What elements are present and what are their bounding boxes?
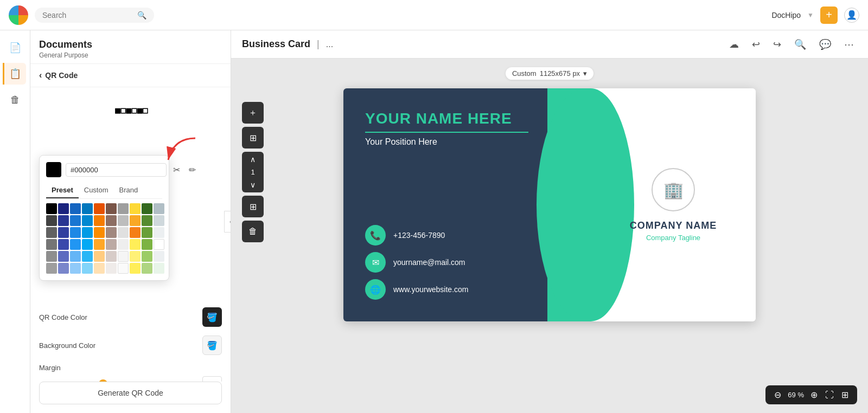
cloud-save-icon[interactable]: ☁	[726, 35, 742, 54]
color-cell[interactable]	[58, 203, 69, 214]
color-cell[interactable]	[82, 215, 93, 226]
frame-tool-button[interactable]: ⊞	[242, 127, 264, 149]
delete-tool-button[interactable]: 🗑	[242, 221, 264, 242]
zoom-in-button[interactable]: ⊕	[807, 389, 821, 401]
add-element-button[interactable]: ＋	[242, 102, 264, 124]
color-cell[interactable]	[142, 215, 152, 226]
color-cell[interactable]	[70, 215, 81, 226]
undo-icon[interactable]: ↩	[749, 35, 763, 54]
hex-input[interactable]: #000000	[66, 163, 167, 177]
color-cell[interactable]	[142, 203, 152, 214]
user-avatar[interactable]: 👤	[844, 8, 859, 23]
color-cell[interactable]	[82, 227, 93, 238]
zoom-search-icon[interactable]: 🔍	[791, 35, 809, 54]
create-button[interactable]: +	[820, 7, 838, 24]
grid-tool-button[interactable]: ⊞	[242, 196, 264, 217]
tab-preset[interactable]: Preset	[46, 183, 79, 198]
color-cell[interactable]	[58, 263, 69, 274]
color-cell[interactable]	[82, 251, 93, 262]
color-cell[interactable]	[46, 203, 57, 214]
rail-template-icon[interactable]: 📋	[3, 63, 26, 85]
search-bar[interactable]: 🔍	[35, 8, 154, 23]
color-cell[interactable]	[118, 251, 129, 262]
more-toolbar-icon[interactable]: ⋯	[841, 35, 857, 54]
color-cell[interactable]	[154, 203, 164, 214]
color-cell[interactable]	[82, 203, 93, 214]
color-cell[interactable]	[58, 251, 69, 262]
more-options-button[interactable]: ...	[326, 40, 333, 49]
color-cell[interactable]	[130, 203, 141, 214]
color-cell[interactable]	[94, 203, 105, 214]
color-cell[interactable]	[154, 263, 164, 274]
color-cell[interactable]	[94, 263, 105, 274]
color-cell[interactable]	[130, 215, 141, 226]
search-input[interactable]	[42, 11, 133, 20]
nav-dropdown-icon[interactable]: ▼	[807, 11, 814, 19]
color-cell[interactable]	[142, 251, 152, 262]
color-cell[interactable]	[70, 251, 81, 262]
color-cell[interactable]	[106, 263, 117, 274]
tab-brand[interactable]: Brand	[114, 183, 144, 198]
color-cell[interactable]	[118, 239, 129, 250]
color-cell[interactable]	[70, 263, 81, 274]
dochipo-label[interactable]: DocHipo	[771, 11, 801, 20]
fullscreen-button[interactable]: ⛶	[822, 389, 837, 401]
color-cell[interactable]	[154, 227, 164, 238]
rail-documents-icon[interactable]: 📄	[4, 37, 26, 59]
current-color-swatch[interactable]	[46, 162, 61, 177]
color-cell[interactable]	[142, 263, 152, 274]
app-logo[interactable]	[9, 5, 28, 25]
business-card[interactable]: YOUR NAME HERE Your Position Here 📞 +123…	[343, 88, 756, 321]
color-cell[interactable]	[46, 251, 57, 262]
color-cell[interactable]	[130, 239, 141, 250]
color-cell[interactable]	[142, 227, 152, 238]
redo-icon[interactable]: ↪	[770, 35, 784, 54]
layer-down-button[interactable]: ∨	[242, 177, 264, 192]
color-cell[interactable]	[58, 239, 69, 250]
color-cell[interactable]	[154, 251, 164, 262]
color-cell[interactable]	[46, 263, 57, 274]
color-cell[interactable]	[58, 215, 69, 226]
color-cell[interactable]	[94, 215, 105, 226]
color-cell[interactable]	[70, 203, 81, 214]
eyedropper-icon[interactable]: ✂	[171, 163, 182, 177]
size-indicator[interactable]: Custom 1125x675 px ▾	[506, 67, 593, 80]
color-cell[interactable]	[94, 227, 105, 238]
rail-trash-icon[interactable]: 🗑	[4, 89, 26, 111]
color-cell[interactable]	[118, 203, 129, 214]
pipette-icon[interactable]: ✏	[187, 163, 198, 177]
color-cell[interactable]	[130, 263, 141, 274]
color-cell[interactable]	[70, 227, 81, 238]
qr-code-back[interactable]: ‹ QR Code	[30, 64, 231, 87]
color-cell[interactable]	[118, 263, 129, 274]
qr-color-button[interactable]: 🪣	[202, 307, 222, 327]
color-cell[interactable]	[130, 227, 141, 238]
zoom-out-button[interactable]: ⊖	[771, 389, 784, 401]
color-cell[interactable]	[142, 239, 152, 250]
color-cell[interactable]	[82, 263, 93, 274]
color-cell[interactable]	[94, 239, 105, 250]
tab-custom[interactable]: Custom	[79, 183, 114, 198]
color-cell[interactable]	[94, 251, 105, 262]
color-cell[interactable]	[130, 251, 141, 262]
color-cell[interactable]	[154, 239, 164, 250]
layer-up-button[interactable]: ∧	[242, 152, 264, 167]
color-cell[interactable]	[46, 239, 57, 250]
color-cell[interactable]	[58, 227, 69, 238]
color-cell[interactable]	[106, 251, 117, 262]
color-cell[interactable]	[118, 215, 129, 226]
color-cell[interactable]	[70, 239, 81, 250]
color-cell[interactable]	[106, 203, 117, 214]
collapse-panel-handle[interactable]: ‹	[224, 211, 231, 233]
color-cell[interactable]	[106, 239, 117, 250]
generate-qr-button[interactable]: Generate QR Code	[39, 382, 222, 404]
color-cell[interactable]	[46, 215, 57, 226]
color-cell[interactable]	[106, 215, 117, 226]
color-cell[interactable]	[82, 239, 93, 250]
bg-color-button[interactable]: 🪣	[202, 335, 222, 355]
comments-icon[interactable]: 💬	[816, 35, 834, 54]
color-cell[interactable]	[154, 215, 164, 226]
color-cell[interactable]	[106, 227, 117, 238]
grid-view-button[interactable]: ⊞	[838, 389, 852, 401]
color-cell[interactable]	[46, 227, 57, 238]
